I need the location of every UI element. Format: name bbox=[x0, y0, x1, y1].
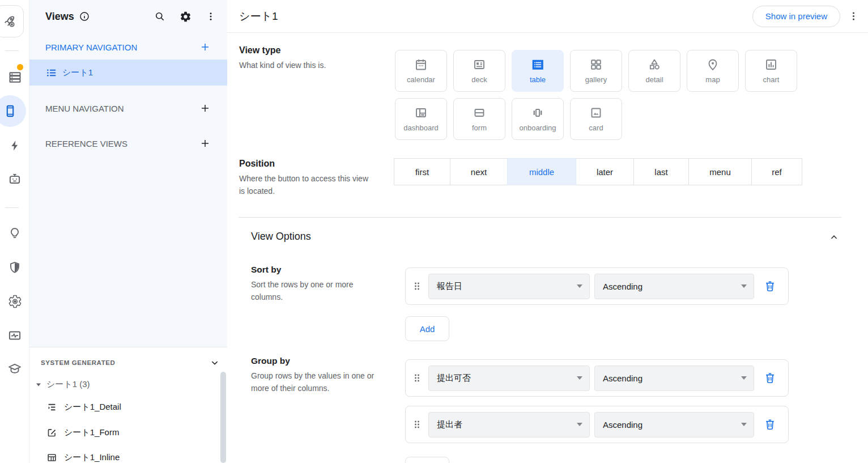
chevron-up-icon[interactable] bbox=[829, 233, 839, 242]
group-order-select[interactable]: Ascending bbox=[594, 366, 754, 391]
rail-item-intelligence[interactable] bbox=[0, 226, 29, 241]
sidebar-scrollbar[interactable] bbox=[220, 372, 226, 463]
position-menu-button[interactable]: menu bbox=[688, 158, 752, 185]
card-icon bbox=[589, 106, 603, 120]
drag-indicator-icon[interactable] bbox=[412, 280, 422, 292]
gear-icon[interactable] bbox=[180, 11, 192, 23]
form-icon bbox=[473, 106, 486, 120]
app-views-icon bbox=[3, 104, 18, 118]
view-options-heading: View Options bbox=[251, 231, 311, 243]
add-reference-view-button[interactable] bbox=[200, 138, 210, 148]
view-type-dashboard-button[interactable]: dashboard bbox=[395, 98, 447, 140]
sort-rule-row: 報告日 Ascending bbox=[405, 267, 789, 305]
view-type-form-button[interactable]: form bbox=[453, 98, 505, 140]
view-type-label: dashboard bbox=[403, 124, 438, 132]
sort-by-description: Sort the rows by one or more columns. bbox=[251, 278, 378, 303]
position-later-button[interactable]: later bbox=[576, 158, 634, 185]
rail-item-data[interactable] bbox=[0, 68, 29, 86]
position-middle-button[interactable]: middle bbox=[507, 158, 576, 185]
rocket-disabled-icon bbox=[2, 14, 16, 29]
view-type-gallery-button[interactable]: gallery bbox=[570, 50, 622, 92]
delete-group-rule-button[interactable] bbox=[764, 418, 776, 431]
position-description: Where the button to access this view is … bbox=[239, 172, 374, 197]
deck-icon bbox=[473, 58, 486, 71]
rail-item-security[interactable] bbox=[0, 260, 29, 275]
rail-item-automation[interactable] bbox=[0, 138, 29, 153]
tree-item-label: シート1_Form bbox=[64, 427, 119, 438]
add-menu-view-button[interactable] bbox=[200, 103, 210, 113]
add-sort-rule-button[interactable]: Add bbox=[405, 316, 449, 341]
map-icon bbox=[706, 58, 720, 71]
rail-item-bots[interactable] bbox=[0, 172, 29, 186]
deploy-button[interactable] bbox=[0, 5, 24, 37]
rail-item-settings[interactable] bbox=[0, 294, 29, 309]
system-generated-panel: SYSTEM GENERATED シート1 (3) シート1_Detail bbox=[29, 347, 227, 463]
group-order-select[interactable]: Ascending bbox=[594, 412, 754, 437]
view-type-chart-button[interactable]: chart bbox=[745, 50, 797, 92]
calendar-icon bbox=[414, 58, 428, 71]
drag-indicator-icon[interactable] bbox=[412, 418, 422, 431]
view-type-label: table bbox=[530, 75, 546, 84]
rail-item-learning[interactable] bbox=[0, 362, 29, 376]
position-ref-button[interactable]: ref bbox=[751, 158, 802, 185]
view-type-label: map bbox=[705, 75, 720, 84]
view-type-onboarding-button[interactable]: onboarding bbox=[512, 98, 564, 140]
view-type-table-button[interactable]: table bbox=[512, 50, 564, 92]
drag-indicator-icon[interactable] bbox=[412, 372, 422, 384]
onboarding-icon bbox=[531, 106, 544, 120]
tree-item-sheet1-inline[interactable]: シート1_Inline bbox=[46, 450, 120, 463]
delete-sort-rule-button[interactable] bbox=[764, 280, 776, 292]
sidebar-title: Views bbox=[45, 11, 74, 23]
view-type-card-button[interactable]: card bbox=[570, 98, 622, 140]
tree-item-sheet1-detail[interactable]: シート1_Detail bbox=[46, 400, 121, 414]
tree-expand-arrow-icon[interactable] bbox=[35, 381, 42, 388]
rail-item-monitor[interactable] bbox=[0, 328, 29, 343]
view-type-label: detail bbox=[645, 75, 663, 84]
dropdown-arrow-icon bbox=[577, 284, 582, 288]
tree-item-label: シート1_Inline bbox=[64, 452, 120, 463]
position-last-button[interactable]: last bbox=[633, 158, 689, 185]
intelligence-icon bbox=[8, 226, 22, 241]
show-in-preview-button[interactable]: Show in preview bbox=[752, 6, 840, 27]
automation-icon bbox=[8, 138, 21, 153]
sort-column-select[interactable]: 報告日 bbox=[428, 274, 590, 299]
group-column-select[interactable]: 提出者 bbox=[428, 412, 590, 437]
rail-divider bbox=[5, 207, 19, 208]
view-type-map-button[interactable]: map bbox=[687, 50, 739, 92]
view-type-label: onboarding bbox=[519, 124, 556, 132]
search-icon[interactable] bbox=[154, 11, 165, 22]
view-type-calendar-button[interactable]: calendar bbox=[395, 50, 447, 92]
rail-item-views-selected[interactable] bbox=[0, 95, 26, 127]
position-options: first next middle later last menu ref bbox=[394, 158, 802, 185]
group-by-heading: Group by bbox=[251, 356, 290, 366]
group-column-value: 提出可否 bbox=[437, 373, 577, 384]
tree-group-sheet1[interactable]: シート1 (3) bbox=[35, 379, 90, 390]
menu-navigation-label: MENU NAVIGATION bbox=[45, 104, 124, 113]
sort-order-select[interactable]: Ascending bbox=[594, 274, 754, 299]
form-view-icon bbox=[46, 427, 57, 438]
kebab-icon[interactable] bbox=[206, 11, 216, 22]
sidebar-item-sheet1[interactable]: シート1 bbox=[29, 60, 227, 86]
view-type-deck-button[interactable]: deck bbox=[453, 50, 505, 92]
position-next-button[interactable]: next bbox=[450, 158, 508, 185]
add-group-rule-button[interactable]: Add bbox=[405, 457, 449, 463]
views-sidebar: Views bbox=[29, 0, 227, 463]
reference-views-label: REFERENCE VIEWS bbox=[45, 139, 127, 148]
position-first-button[interactable]: first bbox=[394, 158, 450, 185]
add-primary-view-button[interactable] bbox=[200, 42, 210, 52]
detail-icon bbox=[648, 58, 661, 71]
view-type-label: calendar bbox=[407, 75, 435, 84]
info-icon[interactable] bbox=[79, 11, 90, 22]
delete-group-rule-button[interactable] bbox=[764, 372, 776, 384]
menu-navigation-section: MENU NAVIGATION bbox=[29, 100, 227, 117]
view-type-detail-button[interactable]: detail bbox=[628, 50, 680, 92]
group-by-description: Group rows by the values in one or more … bbox=[251, 369, 392, 394]
kebab-icon[interactable] bbox=[848, 11, 859, 22]
sort-by-heading: Sort by bbox=[251, 265, 281, 275]
tree-item-sheet1-form[interactable]: シート1_Form bbox=[46, 425, 119, 440]
view-type-label: card bbox=[589, 124, 603, 132]
primary-navigation-label: PRIMARY NAVIGATION bbox=[45, 43, 137, 52]
group-column-select[interactable]: 提出可否 bbox=[428, 366, 590, 391]
chevron-down-icon[interactable] bbox=[210, 358, 219, 367]
section-divider bbox=[239, 217, 841, 218]
